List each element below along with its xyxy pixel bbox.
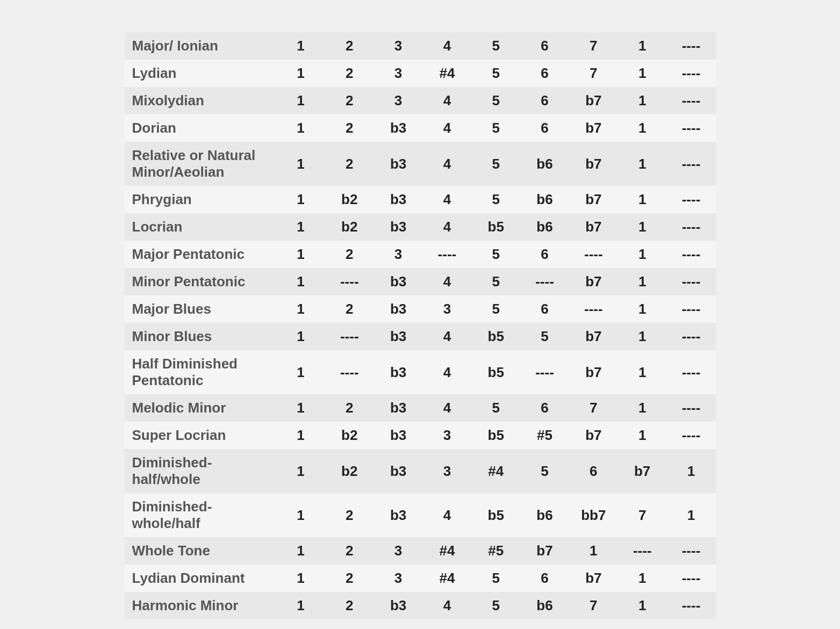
- scale-value-cell: 5: [471, 394, 520, 422]
- scale-value-cell: b3: [374, 422, 423, 449]
- table-row: Super Locrian1b2b33b5#5b71----: [125, 422, 716, 449]
- scale-value-cell: b3: [374, 213, 423, 241]
- scale-value-cell: 1: [276, 114, 325, 142]
- scale-value-cell: 6: [569, 449, 618, 493]
- scale-value-cell: 6: [520, 241, 569, 268]
- scale-value-cell: b7: [569, 350, 618, 394]
- scale-value-cell: ----: [667, 565, 716, 592]
- scale-value-cell: ----: [667, 241, 716, 268]
- scale-value-cell: 3: [374, 537, 423, 565]
- scale-value-cell: 2: [325, 87, 374, 114]
- scale-value-cell: 1: [618, 394, 667, 422]
- scale-value-cell: 3: [423, 449, 472, 493]
- scale-name-cell: Diminished- half/whole: [125, 449, 277, 493]
- scale-value-cell: ----: [667, 323, 716, 350]
- scale-value-cell: #5: [471, 537, 520, 565]
- scale-name-cell: Diminished- whole/half: [125, 493, 277, 537]
- scale-value-cell: 1: [276, 213, 325, 241]
- scale-value-cell: 6: [520, 114, 569, 142]
- scale-value-cell: 1: [618, 213, 667, 241]
- scale-value-cell: #4: [423, 537, 472, 565]
- scale-value-cell: 1: [276, 350, 325, 394]
- scale-value-cell: 4: [423, 213, 472, 241]
- scale-value-cell: 1: [276, 592, 325, 619]
- scale-value-cell: 1: [276, 394, 325, 422]
- scale-name-cell: Half DiminishedPentatonic: [125, 350, 277, 394]
- scale-name-cell: Major Pentatonic: [125, 241, 277, 268]
- scale-value-cell: ----: [667, 350, 716, 394]
- scale-value-cell: b6: [520, 186, 569, 213]
- scale-value-cell: b6: [520, 213, 569, 241]
- scale-value-cell: b5: [471, 323, 520, 350]
- table-row: Relative or NaturalMinor/Aeolian12b345b6…: [125, 142, 716, 186]
- scale-value-cell: 5: [471, 241, 520, 268]
- scale-value-cell: b7: [569, 213, 618, 241]
- scale-value-cell: 3: [374, 87, 423, 114]
- scale-value-cell: 5: [471, 60, 520, 87]
- scale-value-cell: 5: [471, 295, 520, 323]
- scale-value-cell: 2: [325, 32, 374, 60]
- scale-value-cell: b7: [569, 422, 618, 449]
- scale-value-cell: 7: [569, 60, 618, 87]
- scale-name-cell: Phrygian: [125, 186, 277, 213]
- scale-value-cell: 2: [325, 493, 374, 537]
- scale-value-cell: 7: [569, 394, 618, 422]
- scale-value-cell: 4: [423, 323, 472, 350]
- scale-value-cell: 4: [423, 32, 472, 60]
- scale-value-cell: b3: [374, 449, 423, 493]
- table-row: Whole Tone123#4#5b71--------: [125, 537, 716, 565]
- scale-value-cell: ----: [667, 295, 716, 323]
- scale-name-cell: Lydian: [125, 60, 277, 87]
- scale-value-cell: 3: [374, 32, 423, 60]
- table-row: Half DiminishedPentatonic1----b34b5----b…: [125, 350, 716, 394]
- scale-value-cell: 3: [374, 565, 423, 592]
- scale-value-cell: ----: [667, 32, 716, 60]
- scale-value-cell: 4: [423, 350, 472, 394]
- scale-value-cell: 1: [618, 114, 667, 142]
- scale-value-cell: 1: [276, 493, 325, 537]
- table-row: Mixolydian123456b71----: [125, 87, 716, 114]
- scale-value-cell: 1: [276, 323, 325, 350]
- scale-value-cell: 1: [276, 87, 325, 114]
- scale-table: Major/ Ionian12345671----Lydian123#45671…: [125, 32, 716, 619]
- scale-value-cell: b6: [520, 592, 569, 619]
- scale-value-cell: ----: [423, 241, 472, 268]
- scale-value-cell: 5: [471, 592, 520, 619]
- scale-value-cell: 4: [423, 87, 472, 114]
- scale-value-cell: 5: [471, 32, 520, 60]
- scale-value-cell: 2: [325, 142, 374, 186]
- scale-value-cell: 1: [618, 295, 667, 323]
- scale-value-cell: ----: [520, 350, 569, 394]
- table-row: Dorian12b3456b71----: [125, 114, 716, 142]
- scale-value-cell: 4: [423, 493, 472, 537]
- table-row: Major Pentatonic123----56----1----: [125, 241, 716, 268]
- scale-value-cell: 2: [325, 537, 374, 565]
- scale-value-cell: 6: [520, 295, 569, 323]
- table-row: Lydian123#45671----: [125, 60, 716, 87]
- scale-value-cell: b3: [374, 268, 423, 295]
- scale-value-cell: 1: [618, 565, 667, 592]
- scale-value-cell: b7: [618, 449, 667, 493]
- scale-value-cell: b3: [374, 592, 423, 619]
- scale-value-cell: 4: [423, 394, 472, 422]
- scale-value-cell: 5: [471, 114, 520, 142]
- scale-value-cell: 7: [569, 32, 618, 60]
- scale-value-cell: ----: [667, 142, 716, 186]
- scale-value-cell: ----: [667, 87, 716, 114]
- scale-name-cell: Lydian Dominant: [125, 565, 277, 592]
- scale-name-cell: Major/ Ionian: [125, 32, 277, 60]
- scale-value-cell: 1: [618, 142, 667, 186]
- scale-value-cell: 6: [520, 565, 569, 592]
- scale-value-cell: 1: [276, 295, 325, 323]
- scale-value-cell: 3: [374, 241, 423, 268]
- scale-value-cell: b2: [325, 449, 374, 493]
- scale-value-cell: 3: [374, 60, 423, 87]
- table-row: Major/ Ionian12345671----: [125, 32, 716, 60]
- scale-value-cell: 1: [618, 350, 667, 394]
- scale-value-cell: 6: [520, 394, 569, 422]
- scale-value-cell: ----: [667, 213, 716, 241]
- scale-value-cell: b6: [520, 493, 569, 537]
- scale-value-cell: 7: [569, 592, 618, 619]
- scale-value-cell: 1: [618, 87, 667, 114]
- scale-name-cell: Mixolydian: [125, 87, 277, 114]
